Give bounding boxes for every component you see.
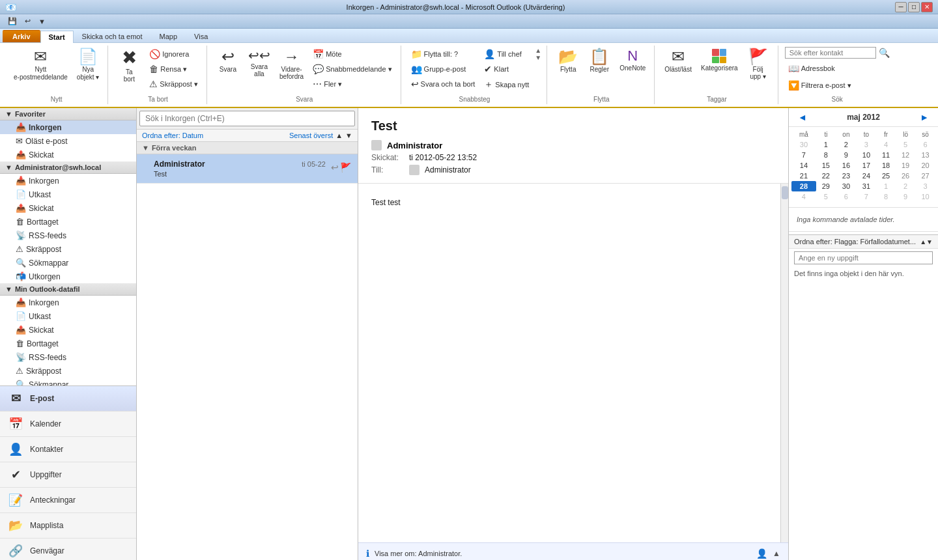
search-contact-icon[interactable]: 🔍 [879, 48, 890, 58]
nav-item-mapplista[interactable]: 📂 Mapplista [0, 513, 136, 539]
cal-day-0-5[interactable]: 5 [896, 139, 915, 150]
sidebar-item-utkast-out[interactable]: 📄 Utkast [0, 309, 136, 323]
email-search-input[interactable] [139, 111, 355, 126]
cal-day-1-5[interactable]: 12 [896, 150, 915, 160]
sidebar-item-rss-acc[interactable]: 📡 RSS-feeds [0, 229, 136, 242]
calendar-next-btn[interactable]: ► [916, 111, 933, 124]
tab-skicka[interactable]: Skicka och ta emot [74, 30, 151, 42]
kategorisera-button[interactable]: Kategorisera [698, 47, 741, 74]
cal-day-5-4[interactable]: 8 [876, 191, 896, 202]
grupp-epost-button[interactable]: 👥Grupp-e-post [408, 62, 479, 76]
calendar-prev-btn[interactable]: ◄ [794, 111, 811, 124]
cal-day-0-3[interactable]: 3 [857, 139, 876, 150]
cal-day-1-3[interactable]: 10 [857, 150, 876, 160]
sidebar-item-borttaget-out[interactable]: 🗑 Borttaget [0, 337, 136, 350]
sidebar-item-inkorgen-fav[interactable]: 📥 Inkorgen [0, 120, 136, 134]
cal-day-3-4[interactable]: 25 [876, 171, 896, 181]
cal-day-3-5[interactable]: 26 [896, 171, 915, 181]
cal-day-2-4[interactable]: 18 [876, 160, 896, 171]
cal-day-1-6[interactable]: 13 [915, 150, 935, 160]
adressbok-button[interactable]: 📖Adressbok [785, 61, 890, 76]
sidebar-item-utkast-acc[interactable]: 📄 Utkast [0, 188, 136, 201]
nav-item-kalender[interactable]: 📅 Kalender [0, 412, 136, 437]
sidebar-item-sokmappar-out[interactable]: 🔍 Sökmappar [0, 378, 136, 385]
cal-day-3-0[interactable]: 21 [791, 171, 816, 181]
cal-day-1-2[interactable]: 9 [836, 150, 857, 160]
cal-day-0-1[interactable]: 1 [816, 139, 836, 150]
ignorera-button[interactable]: 🚫Ignorera [146, 47, 201, 61]
rensa-button[interactable]: 🗑Rensa ▾ [146, 62, 201, 76]
cal-day-3-2[interactable]: 23 [836, 171, 857, 181]
cal-day-0-0[interactable]: 30 [791, 139, 816, 150]
qa-save-btn[interactable]: 💾 [5, 16, 20, 26]
nya-objekt-button[interactable]: 📄 Nyaobjekt ▾ [74, 47, 102, 83]
sidebar-item-skrapppost-acc[interactable]: ⚠ Skräppost [0, 242, 136, 256]
fler-button[interactable]: ⋯Fler ▾ [309, 77, 395, 91]
cal-day-5-5[interactable]: 9 [896, 191, 915, 202]
sidebar-item-borttaget-acc[interactable]: 🗑 Borttaget [0, 215, 136, 229]
qa-undo-btn[interactable]: ↩ [22, 16, 33, 26]
cal-day-2-3[interactable]: 17 [857, 160, 876, 171]
cal-day-2-5[interactable]: 19 [896, 160, 915, 171]
cal-day-3-6[interactable]: 27 [915, 171, 935, 181]
snabbmeddelande-button[interactable]: 💬Snabbmeddelande ▾ [309, 62, 395, 76]
tasks-input-field[interactable] [794, 251, 933, 264]
cal-day-4-1[interactable]: 29 [816, 181, 836, 191]
mote-button[interactable]: 📅Möte [309, 47, 395, 61]
cal-day-5-3[interactable]: 7 [857, 191, 876, 202]
sidebar-item-inkorgen-out[interactable]: 📥 Inkorgen [0, 296, 136, 309]
filtrera-epost-button[interactable]: 🔽Filtrera e-post ▾ [785, 78, 890, 92]
sidebar-item-utkorgen-acc[interactable]: 📬 Utkorgen [0, 270, 136, 283]
olast-last-button[interactable]: ✉ Oläst/läst [661, 47, 695, 75]
nav-item-kontakter[interactable]: 👤 Kontakter [0, 437, 136, 462]
cal-day-1-1[interactable]: 8 [816, 150, 836, 160]
cal-day-5-6[interactable]: 10 [915, 191, 935, 202]
tab-arkiv[interactable]: Arkiv [3, 30, 40, 42]
tab-mapp[interactable]: Mapp [151, 30, 186, 42]
search-contact-input[interactable] [785, 47, 876, 59]
svara-alla-button[interactable]: ↩↩ Svaraalla [245, 47, 274, 79]
sidebar-item-rss-out[interactable]: 📡 RSS-feeds [0, 350, 136, 364]
cal-day-5-1[interactable]: 5 [816, 191, 836, 202]
cal-day-4-4[interactable]: 1 [876, 181, 896, 191]
cal-day-4-2[interactable]: 30 [836, 181, 857, 191]
cal-day-2-6[interactable]: 20 [915, 160, 935, 171]
cal-day-2-2[interactable]: 16 [836, 160, 857, 171]
cal-day-4-3[interactable]: 31 [857, 181, 876, 191]
email-item-1[interactable]: Administrator ti 05-22 Test ↩ 🚩 [137, 154, 358, 184]
maximize-button[interactable]: □ [908, 2, 920, 12]
cal-day-3-3[interactable]: 24 [857, 171, 876, 181]
cal-day-1-4[interactable]: 11 [876, 150, 896, 160]
reading-pane-scrollbar[interactable] [780, 184, 788, 542]
account-header[interactable]: ▼ Administrator@swh.local [0, 161, 136, 174]
svara-och-ta-bort-button[interactable]: ↩Svara och ta bort [408, 77, 479, 91]
folj-upp-button[interactable]: 🚩 Följupp ▾ [744, 47, 773, 82]
favorites-header[interactable]: ▼ Favoriter [0, 108, 136, 120]
outlook-header[interactable]: ▼ Min Outlook-datafil [0, 283, 136, 296]
cal-day-5-0[interactable]: 4 [791, 191, 816, 202]
nav-item-epost[interactable]: ✉ E-post [0, 386, 136, 412]
cal-day-4-5[interactable]: 2 [896, 181, 915, 191]
flytta-till-button[interactable]: 📁Flytta till: ? [408, 47, 479, 61]
email-sort-label[interactable]: Ordna efter: Datum [142, 132, 203, 139]
qa-down-btn[interactable]: ▼ [36, 17, 48, 26]
sidebar-item-skickat-out[interactable]: 📤 Skickat [0, 323, 136, 337]
sidebar-scroll[interactable]: ▼ Favoriter 📥 Inkorgen ✉ Oläst e-post 📤 … [0, 108, 136, 385]
footer-expand-btn[interactable]: ▲ [773, 549, 780, 558]
ta-bort-large-button[interactable]: ✖ Tabort [115, 47, 143, 85]
cal-day-5-2[interactable]: 6 [836, 191, 857, 202]
close-button[interactable]: ✕ [921, 2, 933, 12]
cal-day-0-4[interactable]: 4 [876, 139, 896, 150]
cal-day-4-6[interactable]: 3 [915, 181, 935, 191]
tab-start[interactable]: Start [40, 31, 74, 43]
cal-day-0-2[interactable]: 2 [836, 139, 857, 150]
sidebar-item-skickat-fav[interactable]: 📤 Skickat [0, 148, 136, 161]
flytta-button[interactable]: 📂 Flytta [554, 47, 582, 75]
cal-day-0-6[interactable]: 6 [915, 139, 935, 150]
klart-button[interactable]: ✔Klart [481, 62, 532, 76]
nav-item-uppgifter[interactable]: ✔ Uppgifter [0, 462, 136, 488]
scroll-thumb[interactable] [782, 186, 788, 199]
onenote-button[interactable]: N OneNote [616, 47, 649, 74]
cal-day-3-1[interactable]: 22 [816, 171, 836, 181]
skapa-nytt-button[interactable]: ＋Skapa nytt [481, 77, 532, 92]
